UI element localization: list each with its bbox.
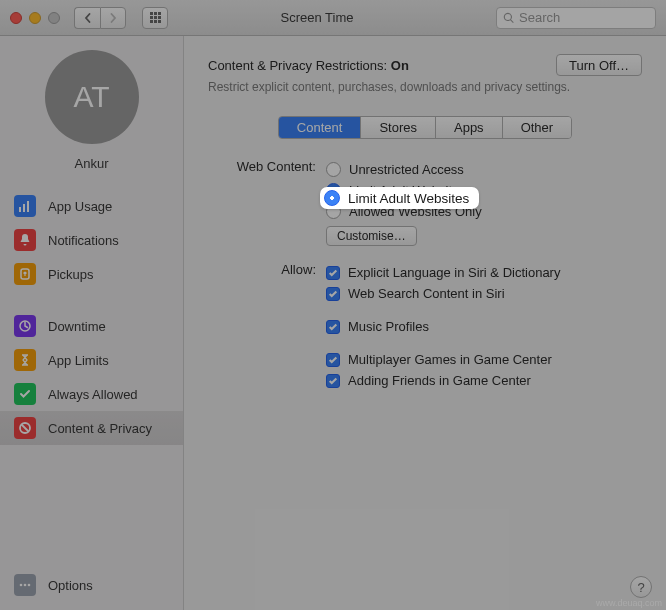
check-circle-icon — [14, 383, 36, 405]
search-input[interactable]: Search — [496, 7, 656, 29]
bell-icon — [14, 229, 36, 251]
search-icon — [503, 12, 515, 24]
avatar[interactable]: AT — [45, 50, 139, 144]
radio-unrestricted-access[interactable]: Unrestricted Access — [326, 159, 642, 180]
checkbox-row[interactable]: Web Search Content in Siri — [326, 283, 642, 304]
svg-point-7 — [28, 584, 31, 587]
checkbox-label: Adding Friends in Game Center — [348, 373, 531, 388]
allow-label: Allow: — [208, 262, 326, 391]
checkbox-icon — [326, 287, 340, 301]
checkbox-icon — [326, 353, 340, 367]
sidebar-item-app-usage[interactable]: App Usage — [0, 189, 183, 223]
restriction-state: On — [391, 58, 409, 73]
checkbox-row[interactable]: Music Profiles — [326, 316, 642, 337]
svg-point-5 — [20, 584, 23, 587]
toolbar: Screen Time Search — [0, 0, 666, 36]
sidebar-item-label: App Usage — [48, 199, 112, 214]
moon-icon — [14, 315, 36, 337]
svg-rect-1 — [23, 204, 25, 212]
sidebar-item-label: Pickups — [48, 267, 94, 282]
radio-label: Unrestricted Access — [349, 162, 464, 177]
sidebar-item-label: Content & Privacy — [48, 421, 152, 436]
watermark: www.deuaq.com — [596, 598, 662, 608]
checkbox-row[interactable]: Explicit Language in Siri & Dictionary — [326, 262, 642, 283]
web-content-label: Web Content: — [208, 159, 326, 246]
checkbox-row[interactable]: Multiplayer Games in Game Center — [326, 349, 642, 370]
nav-buttons — [74, 7, 126, 29]
sidebar-group-usage: App Usage Notifications Pickups — [0, 189, 183, 291]
sidebar-item-app-limits[interactable]: App Limits — [0, 343, 183, 377]
content-pane: Content & Privacy Restrictions: On Turn … — [184, 36, 666, 610]
page-title: Content & Privacy Restrictions: On — [208, 58, 409, 73]
sidebar: AT Ankur App Usage Notifications Pickups… — [0, 36, 184, 610]
checkbox-label: Multiplayer Games in Game Center — [348, 352, 552, 367]
sidebar-group-limits: Downtime App Limits Always Allowed Conte… — [0, 309, 183, 445]
highlighted-radio-limit-adult[interactable]: Limit Adult Websites — [320, 187, 479, 209]
sidebar-item-label: Notifications — [48, 233, 119, 248]
tab-stores[interactable]: Stores — [361, 117, 436, 138]
avatar-initials: AT — [73, 80, 109, 114]
sidebar-item-pickups[interactable]: Pickups — [0, 257, 183, 291]
sidebar-item-options[interactable]: Options — [0, 568, 183, 602]
radio-label: Limit Adult Websites — [348, 191, 469, 206]
sidebar-item-label: App Limits — [48, 353, 109, 368]
sidebar-item-content-privacy[interactable]: Content & Privacy — [0, 411, 183, 445]
search-placeholder: Search — [519, 10, 560, 25]
sidebar-item-notifications[interactable]: Notifications — [0, 223, 183, 257]
sidebar-item-downtime[interactable]: Downtime — [0, 309, 183, 343]
help-button[interactable]: ? — [630, 576, 652, 598]
block-icon — [14, 417, 36, 439]
radio-icon — [324, 190, 340, 206]
minimize-window-icon[interactable] — [29, 12, 41, 24]
checkbox-label: Web Search Content in Siri — [348, 286, 505, 301]
svg-rect-0 — [19, 207, 21, 212]
pickups-icon — [14, 263, 36, 285]
page-description: Restrict explicit content, purchases, do… — [208, 80, 642, 94]
radio-icon — [326, 162, 341, 177]
ellipsis-icon — [14, 574, 36, 596]
sidebar-item-label: Downtime — [48, 319, 106, 334]
username: Ankur — [0, 156, 183, 171]
tab-content[interactable]: Content — [279, 117, 362, 138]
checkbox-label: Music Profiles — [348, 319, 429, 334]
hourglass-icon — [14, 349, 36, 371]
segmented-tabs: Content Stores Apps Other — [278, 116, 572, 139]
window-title: Screen Time — [146, 10, 488, 25]
tab-other[interactable]: Other — [503, 117, 572, 138]
sidebar-item-label: Always Allowed — [48, 387, 138, 402]
app-usage-icon — [14, 195, 36, 217]
maximize-window-icon — [48, 12, 60, 24]
turn-off-button[interactable]: Turn Off… — [556, 54, 642, 76]
checkbox-label: Explicit Language in Siri & Dictionary — [348, 265, 560, 280]
close-window-icon[interactable] — [10, 12, 22, 24]
sidebar-item-label: Options — [48, 578, 93, 593]
checkbox-icon — [326, 266, 340, 280]
sidebar-item-always-allowed[interactable]: Always Allowed — [0, 377, 183, 411]
checkbox-row[interactable]: Adding Friends in Game Center — [326, 370, 642, 391]
customise-button[interactable]: Customise… — [326, 226, 417, 246]
back-button[interactable] — [74, 7, 100, 29]
forward-button — [100, 7, 126, 29]
svg-point-6 — [24, 584, 27, 587]
checkbox-icon — [326, 374, 340, 388]
checkbox-icon — [326, 320, 340, 334]
window-controls — [10, 12, 60, 24]
tab-apps[interactable]: Apps — [436, 117, 503, 138]
svg-rect-2 — [27, 201, 29, 212]
